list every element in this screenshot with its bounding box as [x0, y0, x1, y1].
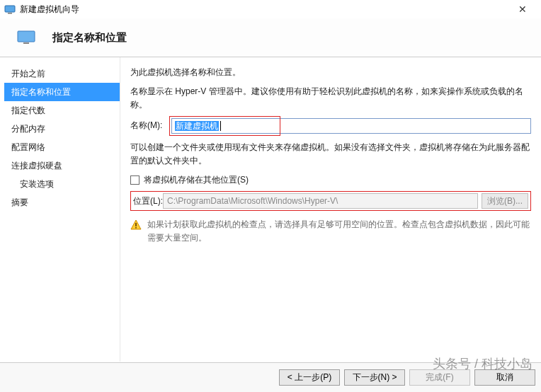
step-network[interactable]: 配置网络: [4, 138, 120, 156]
svg-rect-3: [23, 42, 29, 44]
next-button[interactable]: 下一步(N) >: [344, 369, 405, 386]
wizard-content: 为此虚拟机选择名称和位置。 名称显示在 Hyper-V 管理器中。建议你使用有助…: [120, 57, 541, 362]
step-summary[interactable]: 摘要: [4, 193, 120, 212]
location-label: 位置(L):: [133, 195, 163, 208]
step-name-location[interactable]: 指定名称和位置: [4, 83, 120, 101]
step-memory[interactable]: 分配内存: [4, 120, 120, 138]
svg-rect-5: [135, 223, 137, 226]
store-other-row: 将虚拟机存储在其他位置(S): [130, 173, 531, 187]
store-other-checkbox[interactable]: [130, 175, 139, 185]
svg-rect-2: [18, 31, 35, 42]
wizard-steps: 开始之前 指定名称和位置 指定代数 分配内存 配置网络 连接虚拟硬盘 安装选项 …: [0, 57, 120, 362]
page-title: 指定名称和位置: [52, 31, 127, 45]
name-label: 名称(M):: [130, 119, 171, 132]
name-hint-text: 名称显示在 Hyper-V 管理器中。建议你使用有助于轻松识别此虚拟机的名称，如…: [130, 85, 531, 112]
close-button[interactable]: ✕: [508, 1, 537, 17]
window-title: 新建虚拟机向导: [20, 4, 79, 16]
svg-rect-6: [135, 227, 137, 229]
name-row: 名称(M): 新建虚拟机: [130, 118, 531, 134]
wizard-body: 开始之前 指定名称和位置 指定代数 分配内存 配置网络 连接虚拟硬盘 安装选项 …: [0, 57, 541, 362]
location-row: 位置(L): C:\ProgramData\Microsoft\Windows\…: [130, 191, 531, 211]
wizard-header: 指定名称和位置: [0, 18, 541, 57]
app-icon: [4, 4, 16, 15]
location-hint-text: 可以创建一个文件夹或使用现有文件夹来存储虚拟机。如果没有选择文件夹，虚拟机将存储…: [130, 141, 531, 168]
wizard-footer: < 上一步(P) 下一步(N) > 完成(F) 取消: [0, 362, 541, 392]
warning-row: 如果计划获取此虚拟机的检查点，请选择具有足够可用空间的位置。检查点包含虚拟机数据…: [130, 218, 531, 245]
warning-text: 如果计划获取此虚拟机的检查点，请选择具有足够可用空间的位置。检查点包含虚拟机数据…: [147, 218, 531, 245]
svg-rect-0: [5, 6, 15, 12]
window-titlebar: 新建虚拟机向导 ✕: [0, 0, 541, 18]
name-input[interactable]: 新建虚拟机: [171, 118, 531, 134]
step-generation[interactable]: 指定代数: [4, 101, 120, 120]
step-install-options[interactable]: 安装选项: [4, 175, 120, 193]
intro-text: 为此虚拟机选择名称和位置。: [130, 66, 531, 79]
browse-button: 浏览(B)...: [482, 193, 528, 209]
svg-rect-1: [8, 13, 12, 14]
finish-button: 完成(F): [409, 369, 470, 386]
prev-button[interactable]: < 上一步(P): [279, 369, 340, 386]
monitor-icon: [17, 30, 37, 45]
step-vhd[interactable]: 连接虚拟硬盘: [4, 156, 120, 175]
warning-icon: [130, 219, 142, 231]
location-input: C:\ProgramData\Microsoft\Windows\Hyper-V…: [163, 193, 478, 209]
store-other-label: 将虚拟机存储在其他位置(S): [144, 173, 249, 187]
cancel-button[interactable]: 取消: [474, 369, 535, 386]
step-before-begin[interactable]: 开始之前: [4, 64, 120, 83]
